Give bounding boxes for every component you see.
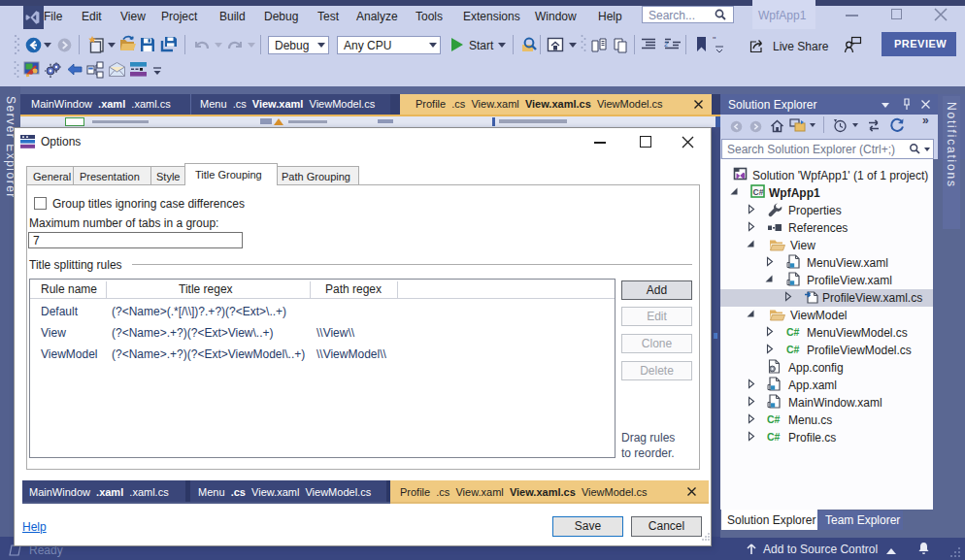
svg-text:C#: C# [753, 187, 764, 197]
svg-text:2: 2 [664, 41, 668, 48]
svg-text:C#: C# [767, 431, 781, 443]
svg-text:C#: C# [786, 344, 800, 355]
svg-text:'': '' [713, 35, 716, 45]
svg-text:C#: C# [786, 326, 800, 338]
svg-text:C#: C# [767, 413, 781, 425]
